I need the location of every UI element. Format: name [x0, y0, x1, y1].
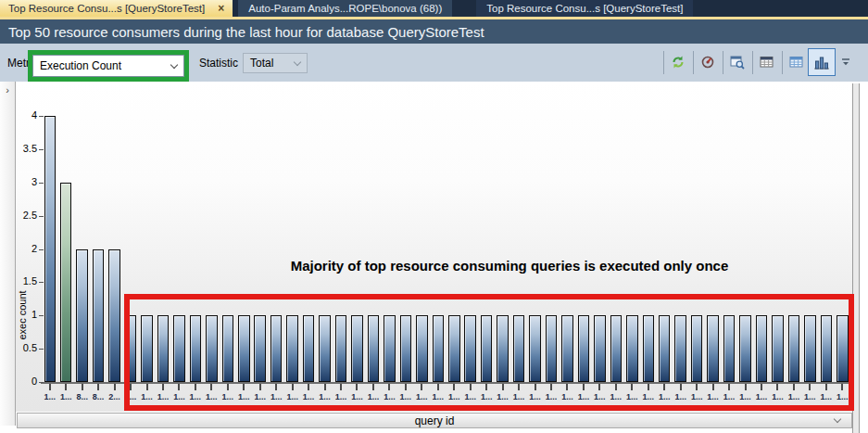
x-tick-mark [453, 384, 455, 390]
statistic-label: Statistic [199, 57, 238, 70]
bar-query-0[interactable] [44, 116, 57, 382]
bar-query-30[interactable] [529, 315, 541, 382]
y-tick-label: 0 [9, 376, 37, 387]
grid-view-2-button[interactable] [786, 51, 808, 73]
bar-query-34[interactable] [594, 315, 606, 382]
x-tick-mark [663, 384, 665, 390]
bar-query-44[interactable] [756, 315, 768, 382]
toolbar-overflow-button[interactable] [839, 55, 852, 70]
grid-blue-icon [789, 55, 804, 70]
x-tick-mark [696, 384, 698, 390]
bar-query-36[interactable] [626, 315, 638, 382]
y-tick-label: 1.5 [9, 275, 37, 287]
x-tick-mark [841, 384, 843, 390]
bar-query-31[interactable] [546, 315, 558, 382]
x-tick-mark [648, 384, 649, 390]
bar-query-8[interactable] [173, 315, 185, 382]
x-axis-title-button[interactable]: query id [17, 413, 852, 428]
y-tick-mark [39, 216, 44, 217]
bar-query-41[interactable] [707, 315, 719, 382]
bar-query-14[interactable] [270, 315, 283, 382]
refresh-button[interactable] [667, 51, 689, 73]
chart-view-button-selected[interactable] [808, 48, 836, 76]
tab-label: Top Resource Consu...s [QueryStoreTest] [8, 3, 205, 14]
x-tick-mark [583, 384, 585, 390]
view-query-text-button[interactable] [726, 51, 748, 73]
bar-query-5[interactable] [125, 315, 137, 382]
bar-query-2[interactable] [76, 249, 88, 383]
y-tick-label: 2.5 [9, 210, 37, 221]
bar-query-3[interactable] [93, 249, 105, 383]
x-tick-mark [421, 384, 422, 390]
x-tick-mark [97, 384, 99, 390]
tab-top-resource-consumers-active[interactable]: Top Resource Consu...s [QueryStoreTest] … [0, 0, 233, 17]
x-tick-mark [49, 384, 51, 390]
x-tick-label[interactable]: 1... [833, 392, 851, 401]
bar-query-25[interactable] [448, 315, 460, 382]
close-icon[interactable]: × [218, 2, 224, 15]
bar-query-1[interactable] [60, 183, 72, 382]
bar-query-16[interactable] [303, 315, 315, 382]
statistic-dropdown-value: Total [250, 57, 273, 70]
bar-query-37[interactable] [643, 315, 655, 382]
bar-query-47[interactable] [804, 315, 816, 382]
bar-query-23[interactable] [416, 315, 428, 382]
statistic-dropdown[interactable]: Total [243, 53, 308, 73]
bar-query-10[interactable] [206, 315, 218, 382]
annotation-text: Majority of top resource consuming queri… [227, 258, 792, 274]
x-axis-title: query id [415, 414, 455, 427]
bar-query-28[interactable] [497, 315, 509, 382]
bar-query-13[interactable] [254, 315, 266, 382]
grid-view-button[interactable] [756, 51, 778, 73]
bar-query-21[interactable] [384, 315, 396, 382]
x-tick-mark [275, 384, 277, 390]
bar-query-19[interactable] [351, 315, 363, 382]
expander-icon[interactable]: › [0, 84, 15, 96]
bar-query-32[interactable] [561, 315, 573, 382]
collapsed-side-panel[interactable]: › [0, 82, 16, 426]
x-tick-mark [745, 384, 747, 390]
bar-query-6[interactable] [141, 315, 153, 382]
bar-query-35[interactable] [610, 315, 623, 382]
bar-query-4[interactable] [108, 249, 120, 383]
x-tick-mark [598, 384, 600, 390]
bar-query-43[interactable] [739, 315, 751, 382]
y-tick-label: 1 [9, 309, 37, 320]
bar-query-48[interactable] [821, 315, 833, 382]
bar-query-24[interactable] [433, 315, 445, 382]
bar-query-42[interactable] [723, 315, 736, 382]
bar-query-20[interactable] [368, 315, 380, 382]
bar-query-49[interactable] [837, 315, 849, 382]
bar-query-26[interactable] [464, 315, 476, 382]
bar-query-15[interactable] [286, 315, 298, 382]
bar-query-38[interactable] [659, 315, 671, 382]
bar-query-22[interactable] [400, 315, 412, 382]
bar-query-29[interactable] [513, 315, 525, 382]
view-query-text-icon [730, 55, 745, 70]
bar-query-12[interactable] [238, 315, 250, 382]
bar-query-39[interactable] [674, 315, 686, 382]
y-tick-mark [39, 183, 44, 184]
bar-query-11[interactable] [222, 315, 234, 382]
refresh-icon [671, 55, 686, 70]
tab-top-resource-consumers-2[interactable]: Top Resource Consu...s [QueryStoreTest] [476, 0, 693, 17]
track-query-button[interactable] [697, 51, 719, 73]
vertical-scrollbar[interactable] [852, 83, 860, 433]
bar-query-9[interactable] [190, 315, 202, 382]
report-toolbar: Metric Execution Count Statistic Total [0, 44, 868, 82]
metric-dropdown-value: Execution Count [40, 59, 121, 72]
x-tick-mark [130, 384, 132, 390]
metric-dropdown[interactable]: Execution Count [32, 55, 184, 77]
bar-query-7[interactable] [157, 315, 170, 382]
tab-auto-param-analysis[interactable]: Auto-Param Analys...ROPE\bonova (68)) [238, 0, 452, 17]
bar-query-46[interactable] [788, 315, 800, 382]
bar-query-45[interactable] [772, 315, 784, 382]
chevron-down-icon [834, 415, 841, 423]
bar-query-33[interactable] [578, 315, 590, 382]
bar-query-17[interactable] [319, 315, 331, 382]
bar-query-27[interactable] [481, 315, 493, 382]
x-tick-mark [388, 384, 390, 390]
toolbar-separator [723, 51, 723, 74]
bar-query-18[interactable] [335, 315, 347, 382]
bar-query-40[interactable] [691, 315, 703, 382]
